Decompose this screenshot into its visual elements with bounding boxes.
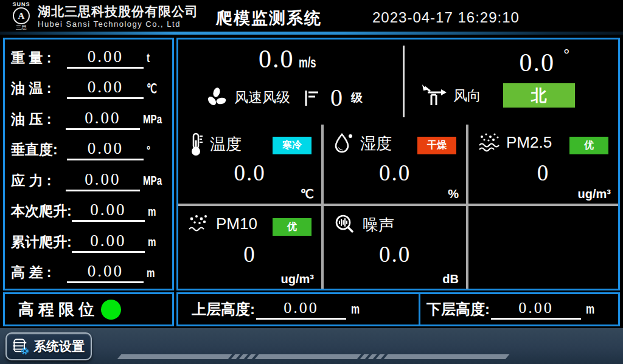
- sensor-value: 0.0: [324, 160, 466, 186]
- header-divider: [0, 32, 623, 35]
- particles-icon: [478, 132, 500, 153]
- wind-direction-badge: 北: [503, 83, 575, 108]
- header: SUNS A 三思 湖北三思科技股份有限公司 Hubei Sansi Techn…: [0, 0, 623, 32]
- measurement-label: 重 量 :: [11, 49, 67, 67]
- company-name: 湖北三思科技股份有限公司 Hubei Sansi Technology Co.,…: [38, 4, 198, 30]
- sensor-name: 噪声: [363, 215, 394, 236]
- wind-level-value: 0: [330, 83, 343, 112]
- measurement-unit: t: [147, 50, 150, 65]
- droplet-icon: [333, 132, 354, 155]
- measurement-unit: MPa: [143, 173, 162, 188]
- monitor-screen: SUNS A 三思 湖北三思科技股份有限公司 Hubei Sansi Techn…: [0, 0, 623, 364]
- sensor-value: 0.0: [324, 241, 466, 267]
- humidity-status-badge: 干燥: [417, 137, 456, 154]
- measurements-panel: 重 量 : 0.00 t 油 温 : 0.00 ℃ 油 压 : 0.00 MPa…: [3, 38, 174, 290]
- sensor-name: PM2.5: [506, 133, 552, 152]
- upper-height-field: 上层高度: 0.00 m: [192, 294, 363, 325]
- page-title: 爬模监测系统: [216, 7, 322, 29]
- measurement-value: 0.00: [67, 78, 144, 99]
- wind-speed-unit: m/s: [299, 55, 316, 71]
- company-logo: SUNS A 三思: [6, 1, 37, 31]
- measurement-unit: °: [147, 143, 150, 157]
- wind-level-unit: 级: [351, 90, 363, 106]
- measurement-value: 0.00: [72, 201, 145, 222]
- level-heights-panel: 上层高度: 0.00 m 下层高度: 0.00 m: [176, 292, 620, 326]
- lower-height-value: 0.00: [491, 299, 581, 320]
- logo-suns-text: SUNS: [6, 1, 37, 7]
- measurement-value: 0.00: [67, 47, 144, 69]
- measurement-label: 油 压 :: [11, 110, 66, 129]
- measurement-label: 累计爬升:: [11, 233, 72, 252]
- pm10-status-badge: 优: [273, 218, 312, 236]
- noise-icon: [333, 213, 357, 236]
- thermometer-icon: [188, 132, 204, 156]
- wind-direction-value: 0.0: [520, 49, 555, 77]
- fan-icon: [205, 86, 228, 109]
- measurement-row-height-diff: 高 差 : 0.00 m: [11, 258, 167, 289]
- lower-height-unit: m: [586, 301, 594, 317]
- footer-bar: 系统设置: [0, 328, 623, 364]
- sensor-cell-temperature: 温度 寒冷 0.0 ℃: [178, 125, 321, 204]
- logo-cn-text: 三思: [6, 24, 37, 31]
- upper-height-unit: m: [351, 301, 360, 317]
- measurement-unit: ℃: [147, 81, 157, 96]
- footer-decorative-stripe: [119, 354, 507, 359]
- system-settings-label: 系统设置: [33, 338, 85, 355]
- elevation-limit-panel: 高程限位: [3, 292, 174, 326]
- pm25-status-badge: 优: [569, 137, 608, 154]
- wind-level-icon: [304, 89, 319, 107]
- sensor-unit: ug/m³: [281, 272, 314, 286]
- measurement-value: 0.00: [72, 232, 145, 253]
- measurement-value: 0.00: [66, 109, 140, 130]
- sensor-name: 湿度: [360, 133, 392, 154]
- measurement-label: 高 差 :: [11, 263, 67, 282]
- sensor-cell-pm25: PM2.5 优 0 ug/m³: [468, 125, 618, 204]
- measurement-label: 本次爬升:: [11, 202, 72, 221]
- elevation-limit-status-light: [101, 300, 121, 320]
- wind-speed-label: 风速风级: [234, 88, 290, 107]
- measurement-unit: MPa: [143, 112, 162, 126]
- measurement-unit: m: [147, 266, 155, 280]
- temperature-status-badge: 寒冷: [273, 137, 312, 154]
- measurement-value: 0.00: [67, 139, 144, 160]
- logo-circle-icon: A: [13, 7, 30, 24]
- wind-direction-section: 0.0° 风向 北: [405, 39, 618, 123]
- measurement-unit: m: [148, 235, 156, 249]
- wind-direction-unit: °: [563, 46, 569, 64]
- environment-panel: 0.0m/s 风速风级: [176, 38, 620, 290]
- sensor-cell-noise: 噪声 0.0 dB: [324, 206, 466, 289]
- company-name-cn: 湖北三思科技股份有限公司: [38, 4, 198, 19]
- wind-vane-icon: [422, 83, 447, 108]
- measurement-row-verticality: 垂直度: 0.00 °: [11, 135, 167, 166]
- sensor-unit: dB: [442, 272, 459, 286]
- measurement-label: 垂直度:: [11, 140, 67, 159]
- measurement-row-current-climb: 本次爬升: 0.00 m: [11, 196, 167, 227]
- sensor-cell-humidity: 湿度 干燥 0.0 %: [324, 125, 466, 204]
- wind-speed-section: 0.0m/s 风速风级: [178, 39, 403, 123]
- system-settings-button[interactable]: 系统设置: [5, 332, 92, 360]
- sensor-unit: ug/m³: [578, 187, 611, 201]
- measurement-row-oil-pressure: 油 压 : 0.00 MPa: [11, 104, 167, 135]
- sensor-name: PM10: [216, 215, 257, 233]
- lower-height-label: 下层高度:: [426, 300, 490, 319]
- wind-direction-label: 风向: [453, 86, 481, 105]
- measurement-label: 应 力 :: [11, 171, 66, 190]
- company-name-en: Hubei Sansi Technology Co., Ltd: [38, 19, 198, 30]
- elevation-limit-label: 高程限位: [18, 299, 99, 320]
- sensor-cell-pm10: PM10 优 0 ug/m³: [178, 206, 321, 289]
- settings-sliders-gear-icon: [13, 335, 29, 357]
- measurement-unit: m: [148, 204, 156, 219]
- height-panel-divider: [419, 294, 420, 325]
- measurement-row-oil-temp: 油 温 : 0.00 ℃: [11, 74, 167, 105]
- upper-height-label: 上层高度:: [192, 300, 255, 319]
- lower-height-field: 下层高度: 0.00 m: [426, 294, 598, 325]
- measurement-row-total-climb: 累计爬升: 0.00 m: [11, 227, 167, 258]
- measurement-row-stress: 应 力 : 0.00 MPa: [11, 165, 167, 196]
- sensor-value: 0: [468, 160, 618, 186]
- sensor-unit: ℃: [301, 187, 314, 201]
- upper-height-value: 0.00: [256, 299, 346, 320]
- measurement-row-weight: 重 量 : 0.00 t: [11, 43, 167, 74]
- measurement-value: 0.00: [66, 170, 140, 191]
- sensor-name: 温度: [210, 134, 242, 155]
- sensor-value: 0.0: [178, 160, 321, 186]
